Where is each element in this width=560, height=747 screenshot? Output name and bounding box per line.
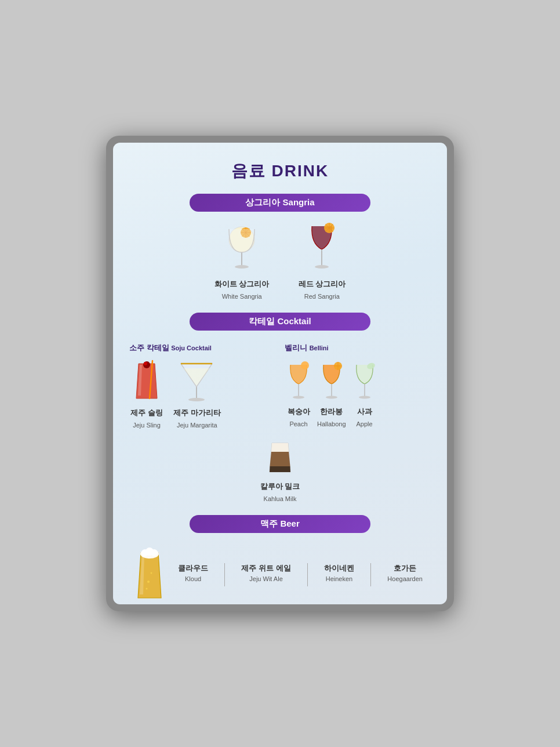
beer-image	[129, 547, 170, 602]
beer-names: 클라우드 Kloud 제주 위트 에일 Jeju Wit Ale 하이네켄 He…	[170, 563, 431, 586]
soju-title-en: Soju Cocktail	[171, 345, 212, 351]
hoegaarden-en: Hoegaarden	[387, 575, 423, 582]
jeju-margarita-en: Jeju Margarita	[177, 422, 217, 429]
svg-point-19	[188, 398, 205, 401]
kahlua-item: 칼루아 밀크 Kahlua Milk	[260, 434, 300, 502]
beer-section: 맥주 Beer	[129, 515, 431, 602]
beer-header: 맥주 Beer	[190, 515, 370, 533]
kahlua-kr: 칼루아 밀크	[260, 481, 300, 492]
beer-hoegaarden: 호가든 Hoegaarden	[387, 563, 423, 586]
soju-sub: 소주 칵테일 Soju Cocktail	[129, 342, 275, 429]
svg-point-23	[301, 361, 309, 369]
bellini-peach-item: 복숭아 Peach	[285, 358, 312, 427]
jeju-margarita-item: 제주 마가리타 Jeju Margarita	[173, 358, 221, 429]
red-sangria-item: 레드 상그리아 Red Sangria	[299, 223, 346, 300]
svg-point-35	[151, 549, 158, 556]
jeju-sling-en: Jeju Sling	[133, 422, 161, 429]
beer-divider-2	[307, 563, 308, 586]
jeju-wit-kr: 제주 위트 에일	[241, 563, 290, 574]
kloud-en: Kloud	[185, 575, 201, 582]
soju-title-kr: 소주 칵테일	[129, 343, 171, 352]
bellini-peach-kr: 복숭아	[288, 407, 310, 417]
beer-divider-1	[224, 563, 225, 586]
beer-divider-3	[370, 563, 371, 586]
jeju-sling-kr: 제주 슬링	[130, 408, 163, 418]
svg-point-36	[147, 581, 150, 583]
red-sangria-kr: 레드 상그리아	[299, 279, 346, 289]
sangria-header: 상그리아 Sangria	[190, 194, 370, 212]
white-sangria-en: White Sangria	[222, 293, 262, 300]
heineken-en: Heineken	[326, 575, 352, 582]
bellini-hallabong-item: 한라봉 Hallabong	[317, 358, 346, 427]
bellini-apple-kr: 사과	[357, 407, 372, 417]
bellini-hallabong-kr: 한라봉	[320, 407, 343, 417]
kahlua-en: Kahlua Milk	[264, 495, 297, 502]
bellini-items: 복숭아 Peach	[285, 358, 431, 427]
beer-heineken: 하이네켄 Heineken	[324, 563, 354, 586]
sangria-items: 화이트 상그리아 White Sangria	[129, 223, 431, 300]
tablet-frame: 음료 DRINK 상그리아 Sangria	[106, 136, 454, 611]
cocktail-section: 칵테일 Cocktail 소주 칵테일 Soju Cocktail	[129, 313, 431, 502]
cocktail-header: 칵테일 Cocktail	[190, 313, 370, 331]
soju-items: 제주 슬링 Jeju Sling	[129, 358, 275, 429]
bellini-hallabong-en: Hallabong	[317, 420, 346, 427]
svg-point-37	[151, 572, 152, 574]
beer-kloud: 클라우드 Kloud	[178, 563, 208, 586]
svg-point-25	[326, 396, 337, 399]
svg-point-7	[235, 265, 249, 269]
bellini-apple-item: 사과 Apple	[351, 358, 379, 427]
red-sangria-image	[299, 223, 345, 275]
bellini-sub: 벨리니 Bellini 복숭아	[285, 342, 431, 429]
beer-items: 클라우드 Kloud 제주 위트 에일 Jeju Wit Ale 하이네켄 He…	[129, 547, 431, 602]
white-sangria-kr: 화이트 상그리아	[214, 279, 270, 289]
bellini-peach-en: Peach	[289, 420, 307, 427]
beer-jeju-wit: 제주 위트 에일 Jeju Wit Ale	[241, 563, 290, 586]
tablet-screen[interactable]: 음료 DRINK 상그리아 Sangria	[113, 143, 447, 604]
jeju-margarita-kr: 제주 마가리타	[173, 408, 221, 418]
kloud-kr: 클라우드	[178, 563, 208, 574]
white-sangria-image	[219, 223, 265, 275]
white-sangria-item: 화이트 상그리아 White Sangria	[214, 223, 270, 300]
jeju-sling-item: 제주 슬링 Jeju Sling	[129, 358, 164, 429]
svg-point-16	[144, 362, 147, 365]
bellini-title-kr: 벨리니	[285, 343, 310, 352]
heineken-kr: 하이네켄	[324, 563, 354, 574]
svg-point-14	[315, 265, 329, 269]
kahlua-center: 칼루아 밀크 Kahlua Milk	[129, 434, 431, 502]
page-title: 음료 DRINK	[129, 160, 431, 182]
svg-point-38	[146, 588, 148, 590]
svg-point-30	[359, 396, 370, 399]
svg-point-22	[293, 396, 304, 399]
sangria-section: 상그리아 Sangria	[129, 194, 431, 300]
jeju-wit-en: Jeju Wit Ale	[249, 575, 282, 582]
hoegaarden-kr: 호가든	[394, 563, 416, 574]
red-sangria-en: Red Sangria	[304, 293, 340, 300]
bellini-apple-en: Apple	[356, 420, 372, 427]
bellini-title-en: Bellini	[310, 345, 329, 351]
cocktail-subsections: 소주 칵테일 Soju Cocktail	[129, 342, 431, 429]
